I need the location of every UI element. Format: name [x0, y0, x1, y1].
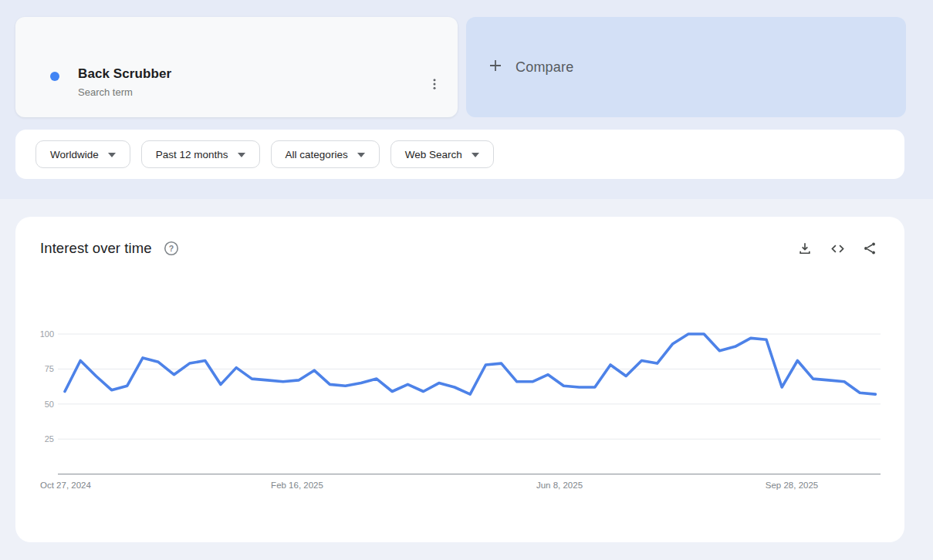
y-axis-tick: 100 [23, 328, 54, 340]
compare-label: Compare [516, 59, 573, 76]
svg-text:?: ? [169, 244, 174, 253]
download-icon[interactable] [796, 240, 813, 257]
caret-down-icon [357, 153, 365, 157]
term-subtitle: Search term [78, 86, 171, 98]
code-embed-icon[interactable] [829, 240, 846, 257]
filter-bar: Worldwide Past 12 months All categories … [15, 130, 904, 179]
filter-region-label: Worldwide [50, 149, 99, 160]
filter-search-type[interactable]: Web Search [390, 140, 494, 168]
share-icon[interactable] [861, 240, 878, 257]
filter-region[interactable]: Worldwide [35, 140, 130, 168]
filter-category[interactable]: All categories [271, 140, 380, 168]
kebab-menu-icon[interactable] [425, 73, 444, 95]
term-color-dot [50, 72, 59, 81]
search-term-card[interactable]: Back Scrubber Search term [15, 17, 458, 117]
filter-time-range[interactable]: Past 12 months [141, 140, 260, 168]
chart-title: Interest over time [40, 240, 152, 257]
caret-down-icon [472, 153, 479, 157]
term-title: Back Scrubber [78, 66, 171, 82]
y-axis-tick: 50 [23, 398, 54, 410]
interest-over-time-card: Interest over time ? [15, 217, 904, 542]
filter-category-label: All categories [286, 149, 348, 160]
filter-search-type-label: Web Search [405, 149, 462, 160]
y-axis-tick: 25 [23, 433, 54, 445]
x-axis-tick: Feb 16, 2025 [271, 481, 323, 490]
caret-down-icon [108, 153, 116, 157]
trend-line-svg[interactable] [58, 324, 881, 480]
plus-icon [486, 56, 505, 78]
x-axis-tick: Jun 8, 2025 [536, 481, 583, 490]
y-axis-tick: 75 [23, 363, 54, 375]
help-icon[interactable]: ? [163, 240, 180, 257]
caret-down-icon [238, 153, 245, 157]
x-axis-tick: Sep 28, 2025 [766, 481, 818, 490]
filter-time-label: Past 12 months [156, 149, 228, 160]
x-axis-tick: Oct 27, 2024 [40, 481, 91, 490]
compare-card[interactable]: Compare [466, 17, 906, 117]
